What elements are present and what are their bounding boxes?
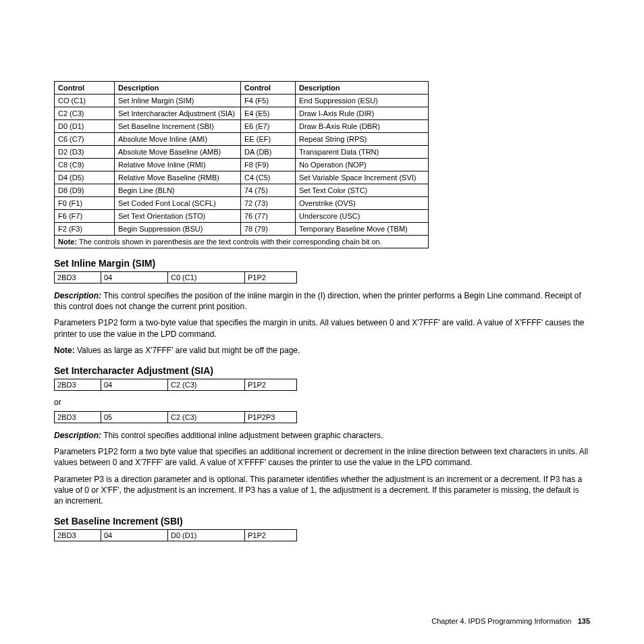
cell: E4 (E5) bbox=[241, 107, 296, 120]
page: Control Description Control Description … bbox=[0, 0, 644, 644]
table-row: 2BD3 05 C2 (C3) P1P2P3 bbox=[55, 411, 297, 423]
controls-table: Control Description Control Description … bbox=[54, 81, 429, 248]
table-row: 2BD3 04 C2 (C3) P1P2 bbox=[55, 379, 297, 390]
table-row: C6 (C7)Absolute Move Inline (AMI)EE (EF)… bbox=[55, 133, 429, 146]
cell: Underscore (USC) bbox=[296, 210, 429, 223]
cell: P1P2P3 bbox=[245, 411, 297, 423]
table-row: F2 (F3)Begin Suppression (BSU)78 (79)Tem… bbox=[55, 223, 429, 236]
sim-table: 2BD3 04 C0 (C1) P1P2 bbox=[54, 271, 297, 284]
cell: No Operation (NOP) bbox=[296, 159, 429, 171]
cell: F0 (F1) bbox=[55, 197, 115, 210]
note-label: Note: bbox=[54, 346, 75, 355]
cell: F6 (F7) bbox=[55, 210, 115, 223]
footer-page-number: 135 bbox=[578, 617, 590, 625]
cell: C8 (C9) bbox=[55, 159, 115, 171]
sim-para-2: Parameters P1P2 form a two-byte value th… bbox=[54, 317, 590, 339]
cell: 2BD3 bbox=[55, 272, 101, 284]
description-label: Description: bbox=[54, 291, 101, 300]
cell: Overstrike (OVS) bbox=[296, 197, 429, 210]
or-text: or bbox=[54, 398, 590, 407]
table-row: D0 (D1)Set Baseline Increment (SBI)E6 (E… bbox=[55, 120, 429, 133]
th-description-b: Description bbox=[296, 82, 429, 95]
table-row: C8 (C9)Relative Move Inline (RMI)F8 (F9)… bbox=[55, 159, 429, 171]
cell: Begin Line (BLN) bbox=[115, 184, 241, 197]
cell: 2BD3 bbox=[55, 379, 101, 390]
cell: Transparent Data (TRN) bbox=[296, 146, 429, 159]
cell: C2 (C3) bbox=[168, 411, 245, 423]
cell: 2BD3 bbox=[55, 530, 101, 541]
cell: F8 (F9) bbox=[241, 159, 296, 171]
cell: 05 bbox=[101, 411, 168, 423]
cell: Set Text Color (STC) bbox=[296, 184, 429, 197]
sbi-table: 2BD3 04 D0 (D1) P1P2 bbox=[54, 529, 297, 541]
cell: Set Variable Space Increment (SVI) bbox=[296, 171, 429, 184]
cell: Temporary Baseline Move (TBM) bbox=[296, 223, 429, 236]
sia-para-2: Parameters P1P2 form a two byte value th… bbox=[54, 446, 590, 468]
sbi-heading: Set Baseline Increment (SBI) bbox=[54, 516, 590, 527]
table-note: Note: The controls shown in parenthesis … bbox=[55, 236, 429, 248]
sim-description: Description: This control specifies the … bbox=[54, 290, 590, 312]
cell: Draw B-Axis Rule (DBR) bbox=[296, 120, 429, 133]
cell: 04 bbox=[101, 530, 168, 541]
cell: F4 (F5) bbox=[241, 95, 296, 107]
cell: 72 (73) bbox=[241, 197, 296, 210]
cell: Set Intercharacter Adjustment (SIA) bbox=[115, 107, 241, 120]
cell: F2 (F3) bbox=[55, 223, 115, 236]
table-row: 2BD3 04 D0 (D1) P1P2 bbox=[55, 530, 297, 541]
table-row: 2BD3 04 C0 (C1) P1P2 bbox=[55, 272, 297, 284]
cell: 76 (77) bbox=[241, 210, 296, 223]
table-row: F0 (F1)Set Coded Font Local (SCFL)72 (73… bbox=[55, 197, 429, 210]
description-label: Description: bbox=[54, 431, 101, 440]
cell: Set Coded Font Local (SCFL) bbox=[115, 197, 241, 210]
table-row: D2 (D3)Absolute Move Baseline (AMB)DA (D… bbox=[55, 146, 429, 159]
cell: C4 (C5) bbox=[241, 171, 296, 184]
cell: Set Baseline Increment (SBI) bbox=[115, 120, 241, 133]
cell: D2 (D3) bbox=[55, 146, 115, 159]
cell: Absolute Move Baseline (AMB) bbox=[115, 146, 241, 159]
cell: End Suppression (ESU) bbox=[296, 95, 429, 107]
cell: Relative Move Baseline (RMB) bbox=[115, 171, 241, 184]
sia-description: Description: This control specifies addi… bbox=[54, 430, 590, 441]
footer-chapter: Chapter 4. IPDS Programming Information bbox=[431, 617, 571, 625]
cell: P1P2 bbox=[245, 272, 297, 284]
note-text: Values as large as X'7FFF' are valid but… bbox=[75, 346, 300, 355]
sia-para-3: Parameter P3 is a direction parameter an… bbox=[54, 474, 590, 507]
cell: CO (C1) bbox=[55, 95, 115, 107]
cell: 04 bbox=[101, 379, 168, 390]
description-text: This control specifies the position of t… bbox=[54, 291, 581, 311]
table-note-row: Note: The controls shown in parenthesis … bbox=[55, 236, 429, 248]
sia-table-2: 2BD3 05 C2 (C3) P1P2P3 bbox=[54, 411, 297, 423]
cell: D0 (D1) bbox=[55, 120, 115, 133]
cell: Draw I-Axis Rule (DIR) bbox=[296, 107, 429, 120]
cell: DA (DB) bbox=[241, 146, 296, 159]
cell: D0 (D1) bbox=[168, 530, 245, 541]
note-text: The controls shown in parenthesis are th… bbox=[77, 238, 382, 246]
cell: Set Text Orientation (STO) bbox=[115, 210, 241, 223]
table-row: C2 (C3)Set Intercharacter Adjustment (SI… bbox=[55, 107, 429, 120]
cell: P1P2 bbox=[245, 530, 297, 541]
cell: 74 (75) bbox=[241, 184, 296, 197]
cell: 04 bbox=[101, 272, 168, 284]
cell: C6 (C7) bbox=[55, 133, 115, 146]
th-description-a: Description bbox=[115, 82, 241, 95]
note-label: Note: bbox=[58, 238, 77, 246]
sia-table-1: 2BD3 04 C2 (C3) P1P2 bbox=[54, 379, 297, 391]
cell: Set Inline Margin (SIM) bbox=[115, 95, 241, 107]
description-text: This control specifies additional inline… bbox=[101, 431, 383, 440]
table-row: D8 (D9)Begin Line (BLN)74 (75)Set Text C… bbox=[55, 184, 429, 197]
table-row: F6 (F7)Set Text Orientation (STO)76 (77)… bbox=[55, 210, 429, 223]
cell: P1P2 bbox=[245, 379, 297, 390]
cell: D4 (D5) bbox=[55, 171, 115, 184]
cell: Repeat String (RPS) bbox=[296, 133, 429, 146]
cell: D8 (D9) bbox=[55, 184, 115, 197]
page-footer: Chapter 4. IPDS Programming Information … bbox=[431, 617, 590, 625]
sim-heading: Set Inline Margin (SIM) bbox=[54, 258, 590, 269]
cell: 78 (79) bbox=[241, 223, 296, 236]
cell: Begin Suppression (BSU) bbox=[115, 223, 241, 236]
cell: Relative Move Inline (RMI) bbox=[115, 159, 241, 171]
cell: Absolute Move Inline (AMI) bbox=[115, 133, 241, 146]
table-row: D4 (D5)Relative Move Baseline (RMB)C4 (C… bbox=[55, 171, 429, 184]
sia-heading: Set Intercharacter Adjustment (SIA) bbox=[54, 365, 590, 376]
sim-note: Note: Values as large as X'7FFF' are val… bbox=[54, 345, 590, 356]
th-control-a: Control bbox=[55, 82, 115, 95]
